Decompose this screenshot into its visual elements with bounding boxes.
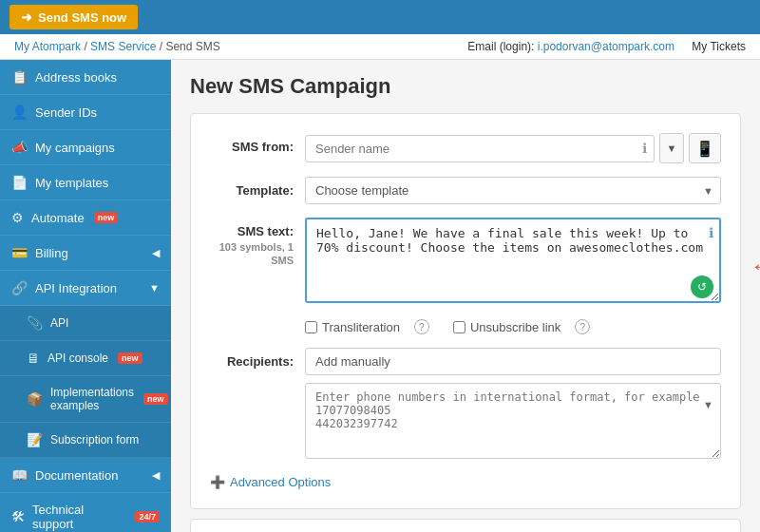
mobile-preview-button[interactable]: 📱 — [689, 133, 721, 163]
breadcrumb: My Atompark / SMS Service / Send SMS — [14, 40, 220, 53]
send-sms-now-button[interactable]: ➜ Send SMS now — [10, 5, 138, 29]
advanced-options-row: ➕ Advanced Options — [210, 475, 721, 489]
api-console-icon: 🖥 — [27, 351, 40, 366]
sms-from-wrap: ℹ ▼ 📱 — [305, 133, 721, 163]
checkboxes-row: Transliteration ? Unsubscribe link ? — [305, 319, 721, 334]
sidebar-item-my-templates[interactable]: 📄 My templates — [0, 165, 171, 200]
emoji-icon: ↺ — [697, 280, 707, 294]
transliteration-checkbox-label[interactable]: Transliteration — [305, 320, 400, 334]
sidebar-item-documentation[interactable]: 📖 Documentation ◀ — [0, 458, 171, 493]
advanced-options-link[interactable]: ➕ Advanced Options — [210, 475, 721, 489]
sms-char-info: 103 symbols, 1 SMS — [210, 240, 294, 268]
breadcrumb-current: Send SMS — [165, 40, 219, 53]
dropdown-arrow-icon: ▼ — [667, 142, 677, 154]
unsubscribe-help-icon[interactable]: ? — [575, 319, 590, 334]
sms-from-row: SMS from: ℹ ▼ 📱 — [210, 133, 721, 163]
sms-text-label: SMS text: — [210, 224, 294, 240]
template-select[interactable]: Choose template — [305, 177, 721, 204]
sidebar-item-my-campaigns[interactable]: 📣 My campaigns — [0, 130, 171, 165]
sms-text-textarea[interactable]: Hello, Jane! We have a final sale this w… — [305, 218, 721, 303]
sender-ids-icon: 👤 — [11, 104, 28, 120]
sidebar-item-api[interactable]: 📎 API — [0, 306, 171, 341]
annotation-arrow: ← — [750, 253, 760, 279]
automate-new-badge: new — [94, 212, 119, 223]
implementations-new-badge: new — [143, 393, 168, 405]
sidebar-item-billing[interactable]: 💳 Billing ◀ — [0, 236, 171, 271]
api-console-new-badge: new — [118, 352, 142, 364]
sms-from-input[interactable] — [305, 135, 655, 162]
recipients-row: Recipients: Add manually ▼ — [210, 348, 721, 462]
campaigns-icon: 📣 — [11, 140, 28, 155]
tickets-link[interactable]: My Tickets — [692, 40, 746, 53]
breadcrumb-myatompark[interactable]: My Atompark — [14, 40, 81, 53]
sms-text-row: SMS text: 103 symbols, 1 SMS Hello, Jane… — [210, 218, 721, 306]
sidebar-item-api-integration[interactable]: 🔗 API Integration ▼ — [0, 271, 171, 306]
technical-support-icon: 🛠 — [11, 509, 25, 524]
user-info: Email (login): i.podorvan@atompark.com M… — [458, 40, 746, 53]
recipients-textarea[interactable] — [305, 383, 721, 459]
recipients-select[interactable]: Add manually — [305, 348, 721, 375]
unsubscribe-checkbox[interactable] — [453, 321, 466, 333]
documentation-icon: 📖 — [11, 467, 28, 483]
template-label: Template: — [210, 177, 305, 198]
sidebar-item-technical-support[interactable]: 🛠 Technical support 24/7 — [0, 493, 171, 532]
unsubscribe-checkbox-label[interactable]: Unsubscribe link — [453, 320, 560, 334]
send-section: SEND ← — [190, 519, 741, 532]
billing-chevron-icon: ◀ — [152, 247, 160, 259]
recipients-label: Recipients: — [210, 348, 305, 369]
documentation-chevron-icon: ◀ — [152, 469, 160, 482]
api-icon: 📎 — [27, 315, 43, 331]
content-area: New SMS Campaign SMS from: ℹ ▼ — [171, 60, 760, 532]
breadcrumb-smsservice[interactable]: SMS Service — [90, 40, 156, 53]
page-title: New SMS Campaign — [190, 74, 741, 99]
implementations-icon: 📦 — [27, 391, 43, 407]
sms-emoji-button[interactable]: ↺ — [691, 276, 713, 298]
billing-icon: 💳 — [11, 245, 28, 260]
user-email-link[interactable]: i.podorvan@atompark.com — [538, 40, 674, 53]
templates-icon: 📄 — [11, 175, 28, 190]
sidebar: 📋 Address books 👤 Sender IDs 📣 My campai… — [0, 60, 171, 532]
sidebar-item-implementations[interactable]: 📦 Implementations examples new — [0, 376, 171, 423]
sidebar-item-address-books[interactable]: 📋 Address books — [0, 60, 171, 95]
subscription-form-icon: 📝 — [27, 432, 43, 447]
api-chevron-icon: ▼ — [149, 282, 160, 294]
sms-from-dropdown-button[interactable]: ▼ — [659, 133, 684, 163]
api-integration-icon: 🔗 — [11, 280, 28, 295]
automate-icon: ⚙ — [11, 210, 24, 225]
support-247-badge: 24/7 — [135, 511, 160, 522]
address-books-icon: 📋 — [11, 69, 28, 85]
sms-text-help-icon: ℹ — [709, 225, 713, 240]
form-card: SMS from: ℹ ▼ 📱 — [190, 113, 741, 509]
main-layout: 📋 Address books 👤 Sender IDs 📣 My campai… — [0, 60, 760, 532]
plus-icon: ➕ — [210, 475, 225, 489]
top-bar: ➜ Send SMS now — [0, 0, 760, 34]
arrow-right-icon: ➜ — [21, 10, 32, 25]
sidebar-item-api-console[interactable]: 🖥 API console new — [0, 341, 171, 376]
breadcrumb-bar: My Atompark / SMS Service / Send SMS Ema… — [0, 34, 760, 60]
transliteration-checkbox[interactable] — [305, 321, 317, 333]
sidebar-item-subscription-form[interactable]: 📝 Subscription form — [0, 423, 171, 458]
sms-from-help-icon: ℹ — [642, 141, 647, 156]
sms-from-label: SMS from: — [210, 133, 305, 154]
template-row: Template: Choose template ▼ — [210, 177, 721, 204]
transliteration-help-icon[interactable]: ? — [414, 319, 429, 334]
sidebar-item-automate[interactable]: ⚙ Automate new — [0, 200, 171, 236]
sidebar-item-sender-ids[interactable]: 👤 Sender IDs — [0, 95, 171, 130]
mobile-icon: 📱 — [695, 140, 714, 158]
